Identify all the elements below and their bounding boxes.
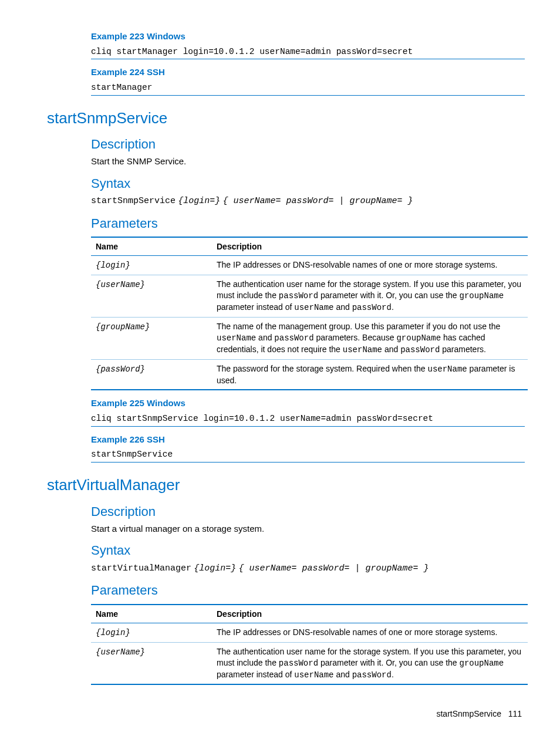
subsection-heading: Syntax <box>91 542 525 559</box>
t: passWord <box>279 291 318 301</box>
table-row: {login} The IP addresses or DNS-resolvab… <box>91 623 528 642</box>
t: passWord <box>279 659 318 668</box>
subsection-heading: Syntax <box>91 175 525 193</box>
param-desc: The authentication user name for the sto… <box>212 275 528 318</box>
t: and <box>382 345 400 354</box>
t: groupName <box>460 659 504 668</box>
param-desc: The IP addresses or DNS-resolvable names… <box>212 256 528 275</box>
t: The name of the management group. Use th… <box>217 322 500 331</box>
syntax-param: {login=} <box>194 563 236 573</box>
col-header-name: Name <box>91 237 212 256</box>
footer-page-number: 111 <box>508 709 522 718</box>
param-name: {login} <box>91 623 212 642</box>
param-name: {userName} <box>91 275 212 318</box>
code-block: cliq startManager login=10.0.1.2 userNam… <box>91 45 525 60</box>
t: parameters. Because <box>314 333 397 342</box>
body-text: Start the SNMP Service. <box>91 156 525 167</box>
col-header-desc: Description <box>212 237 528 256</box>
t: userName <box>343 345 382 355</box>
t: passWord <box>352 670 392 680</box>
param-desc: The password for the storage system. Req… <box>212 359 528 390</box>
t: parameter with it. Or, you can use the <box>318 658 459 667</box>
example-heading: Example 223 Windows <box>91 31 525 42</box>
col-header-desc: Description <box>212 605 528 623</box>
param-desc: The authentication user name for the sto… <box>212 642 528 684</box>
syntax-param: {login=} <box>178 196 220 206</box>
param-name-text: {passWord} <box>96 364 145 374</box>
subsection-heading: Description <box>91 504 525 521</box>
t: groupName <box>396 333 441 343</box>
t: groupName <box>460 291 504 301</box>
example-heading: Example 225 Windows <box>91 397 525 409</box>
t: parameter instead of <box>217 670 294 679</box>
param-name: {groupName} <box>91 318 212 360</box>
syntax-param: { userName= passWord= | groupName= } <box>238 563 429 573</box>
subsection-heading: Parameters <box>91 215 525 232</box>
t: userName <box>294 303 333 312</box>
subsection-heading: Parameters <box>91 582 525 599</box>
example-heading: Example 226 SSH <box>91 434 525 445</box>
table-header-row: Name Description <box>91 237 528 256</box>
t: and <box>334 302 352 312</box>
t: parameter instead of <box>217 302 294 312</box>
body-text: Start a virtual manager on a storage sys… <box>91 523 525 535</box>
param-desc: The IP addresses or DNS-resolvable names… <box>212 623 528 642</box>
syntax-line: startSnmpService {login=} { userName= pa… <box>91 194 525 207</box>
t: passWord <box>400 345 440 355</box>
section-heading: startSnmpService <box>47 109 525 129</box>
param-name-text: {userName} <box>96 647 145 657</box>
footer-section: startSnmpService <box>436 709 501 718</box>
param-name: {passWord} <box>91 359 212 390</box>
syntax-line: startVirtualManager {login=} { userName=… <box>91 562 525 575</box>
t: passWord <box>274 333 313 343</box>
col-header-name: Name <box>91 605 212 623</box>
param-name-text: {groupName} <box>96 322 150 332</box>
param-name-text: {login} <box>96 261 130 270</box>
table-header-row: Name Description <box>91 605 528 623</box>
code-block: startManager <box>91 80 525 96</box>
code-block: startSnmpService <box>91 447 525 463</box>
t: parameter with it. Or, you can use the <box>318 291 459 300</box>
table-row: {userName} The authentication user name … <box>91 275 528 318</box>
param-desc: The name of the management group. Use th… <box>212 318 528 360</box>
param-name-text: {login} <box>96 628 130 637</box>
param-name-text: {userName} <box>96 280 145 289</box>
t: and <box>256 333 274 342</box>
t: userName <box>294 670 333 680</box>
t: userName <box>428 364 467 374</box>
table-row: {userName} The authentication user name … <box>91 642 528 684</box>
param-name: {userName} <box>91 642 212 684</box>
table-row: {groupName} The name of the management g… <box>91 318 528 360</box>
code-block: cliq startSnmpService login=10.0.1.2 use… <box>91 411 525 427</box>
syntax-param: { userName= passWord= | groupName= } <box>222 196 413 206</box>
t: passWord <box>352 303 392 312</box>
t: parameters. <box>440 345 486 354</box>
subsection-heading: Description <box>91 136 525 153</box>
parameters-table: Name Description {login} The IP addresse… <box>91 237 528 390</box>
table-row: {passWord} The password for the storage … <box>91 359 528 390</box>
t: . <box>392 302 394 312</box>
syntax-command: startVirtualManager <box>91 563 191 573</box>
table-row: {login} The IP addresses or DNS-resolvab… <box>91 256 528 275</box>
example-heading: Example 224 SSH <box>91 66 525 78</box>
t: userName <box>217 333 256 343</box>
t: The password for the storage system. Req… <box>217 364 428 373</box>
syntax-command: startSnmpService <box>91 196 176 206</box>
parameters-table: Name Description {login} The IP addresse… <box>91 604 528 686</box>
param-name: {login} <box>91 256 212 275</box>
section-heading: startVirtualManager <box>47 475 525 495</box>
t: and <box>334 670 352 679</box>
t: . <box>392 670 394 679</box>
page-footer: startSnmpService 111 <box>47 708 525 719</box>
